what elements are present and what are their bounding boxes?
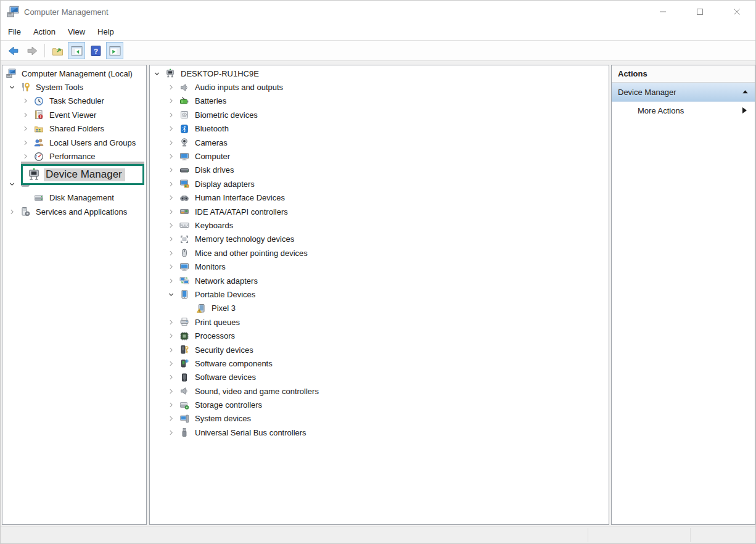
- tree-item-audio-inputs-and-outputs[interactable]: Audio inputs and outputs: [150, 80, 609, 94]
- tree-item-computer-management-local[interactable]: Computer Management (Local): [2, 67, 146, 80]
- tree-item-pixel-3[interactable]: Pixel 3: [150, 302, 609, 315]
- toolbar-separator: [44, 44, 45, 57]
- chevron-expanded-icon[interactable]: [7, 83, 20, 92]
- chevron-collapsed-icon[interactable]: [166, 359, 179, 368]
- chevron-collapsed-icon[interactable]: [21, 124, 34, 133]
- chevron-collapsed-icon[interactable]: [166, 318, 179, 327]
- export-list-button[interactable]: [49, 42, 66, 59]
- tree-item-keyboards[interactable]: Keyboards: [150, 218, 609, 232]
- tree-item-security-devices[interactable]: Security devices: [150, 343, 609, 356]
- tree-item-display-adapters[interactable]: Display adapters: [150, 177, 609, 191]
- device-manager-icon: [27, 168, 41, 181]
- tree-item-software-components[interactable]: Software components: [150, 356, 609, 370]
- chevron-collapsed-icon[interactable]: [166, 276, 179, 286]
- computer-management-window: Computer Management File Action View Hel…: [0, 0, 756, 544]
- chevron-collapsed-icon[interactable]: [21, 96, 34, 105]
- pixel-warning-icon: [196, 303, 207, 313]
- chevron-collapsed-icon[interactable]: [166, 165, 179, 175]
- tree-item-computer[interactable]: Computer: [150, 149, 609, 163]
- tree-item-task-scheduler[interactable]: Task Scheduler: [2, 94, 146, 108]
- tree-item-sound-video-and-game-controllers[interactable]: Sound, video and game controllers: [150, 384, 609, 398]
- chevron-expanded-icon[interactable]: [152, 69, 165, 78]
- tree-item-system-devices[interactable]: System devices: [150, 412, 609, 426]
- tree-item-monitors[interactable]: Monitors: [150, 260, 609, 273]
- chevron-expanded-icon[interactable]: [7, 179, 20, 189]
- tree-item-bluetooth[interactable]: Bluetooth: [150, 122, 609, 136]
- tree-item-label: Biometric devices: [193, 110, 260, 120]
- chevron-collapsed-icon[interactable]: [166, 207, 179, 216]
- chevron-collapsed-icon[interactable]: [7, 207, 20, 216]
- tree-item-network-adapters[interactable]: Network adapters: [150, 274, 609, 287]
- tree-item-batteries[interactable]: Batteries: [150, 94, 609, 108]
- chevron-collapsed-icon[interactable]: [166, 138, 179, 147]
- tree-item-biometric-devices[interactable]: Biometric devices: [150, 108, 609, 122]
- tree-item-cameras[interactable]: Cameras: [150, 136, 609, 149]
- tree-item-storage-controllers[interactable]: Storage controllers: [150, 398, 609, 411]
- menu-view[interactable]: View: [62, 25, 91, 39]
- tree-item-human-interface-devices[interactable]: Human Interface Devices: [150, 191, 609, 205]
- chevron-collapsed-icon[interactable]: [166, 249, 179, 258]
- chevron-collapsed-icon[interactable]: [166, 414, 179, 423]
- chevron-collapsed-icon[interactable]: [166, 387, 179, 396]
- close-button[interactable]: [718, 1, 755, 23]
- chevron-collapsed-icon[interactable]: [166, 428, 179, 437]
- show-console-tree-button[interactable]: [68, 42, 85, 59]
- tree-item-print-queues[interactable]: Print queues: [150, 315, 609, 329]
- tree-item-portable-devices[interactable]: Portable Devices: [150, 287, 609, 301]
- tree-item-label: Memory technology devices: [193, 234, 296, 244]
- show-action-pane-button[interactable]: [106, 42, 123, 59]
- tree-item-label: IDE ATA/ATAPI controllers: [193, 207, 290, 217]
- tree-item-mice-and-other-pointing-devices[interactable]: Mice and other pointing devices: [150, 246, 609, 260]
- forward-button[interactable]: [23, 42, 41, 59]
- chevron-collapsed-icon[interactable]: [166, 96, 179, 105]
- chevron-collapsed-icon[interactable]: [166, 373, 179, 382]
- chevron-collapsed-icon[interactable]: [166, 83, 179, 92]
- chevron-collapsed-icon[interactable]: [166, 179, 179, 189]
- chevron-expanded-icon[interactable]: [166, 290, 179, 299]
- tree-item-services-and-applications[interactable]: Services and Applications: [2, 205, 146, 218]
- usb-icon: [179, 427, 190, 437]
- tree-item-shared-folders[interactable]: Shared Folders: [2, 122, 146, 136]
- more-actions-item[interactable]: More Actions: [612, 102, 755, 119]
- tree-item-performance[interactable]: Performance: [2, 149, 146, 163]
- tree-item-processors[interactable]: Processors: [150, 329, 609, 342]
- menu-action[interactable]: Action: [27, 25, 62, 39]
- annotation-label: Device Manager: [44, 168, 125, 181]
- chevron-collapsed-icon[interactable]: [166, 193, 179, 202]
- chevron-collapsed-icon[interactable]: [21, 138, 34, 147]
- tree-item-ide-ata-atapi-controllers[interactable]: IDE ATA/ATAPI controllers: [150, 205, 609, 218]
- chevron-collapsed-icon[interactable]: [21, 152, 34, 161]
- chevron-collapsed-icon[interactable]: [166, 110, 179, 120]
- tree-item-label: Mice and other pointing devices: [193, 248, 310, 258]
- minimize-button[interactable]: [644, 1, 681, 23]
- help-button[interactable]: ?: [87, 42, 104, 59]
- maximize-button[interactable]: [681, 1, 718, 23]
- tree-item-memory-technology-devices[interactable]: Memory technology devices: [150, 233, 609, 246]
- biometric-icon: [179, 110, 190, 120]
- tree-item-software-devices[interactable]: Software devices: [150, 371, 609, 384]
- back-button[interactable]: [4, 42, 22, 59]
- performance-icon: [34, 152, 44, 162]
- menu-file[interactable]: File: [2, 25, 27, 39]
- collapse-up-icon[interactable]: [742, 89, 749, 96]
- tree-item-disk-management[interactable]: Disk Management: [2, 191, 146, 205]
- menu-help[interactable]: Help: [91, 25, 120, 39]
- tree-item-disk-drives[interactable]: Disk drives: [150, 163, 609, 177]
- actions-group-device-manager[interactable]: Device Manager: [612, 83, 755, 102]
- tree-item-label: Disk drives: [193, 165, 236, 175]
- annotation-highlight-device-manager[interactable]: Device Manager: [21, 164, 144, 185]
- chevron-collapsed-icon[interactable]: [166, 152, 179, 161]
- chevron-collapsed-icon[interactable]: [21, 110, 34, 120]
- chevron-collapsed-icon[interactable]: [166, 331, 179, 340]
- chevron-collapsed-icon[interactable]: [166, 262, 179, 271]
- tree-item-event-viewer[interactable]: Event Viewer: [2, 108, 146, 122]
- tree-item-system-tools[interactable]: System Tools: [2, 80, 146, 94]
- tree-item-desktop-ru1hc9e[interactable]: DESKTOP-RU1HC9E: [150, 67, 609, 80]
- chevron-collapsed-icon[interactable]: [166, 345, 179, 355]
- chevron-collapsed-icon[interactable]: [166, 124, 179, 133]
- tree-item-local-users-and-groups[interactable]: Local Users and Groups: [2, 136, 146, 149]
- tree-item-universal-serial-bus-controllers[interactable]: Universal Serial Bus controllers: [150, 426, 609, 439]
- chevron-collapsed-icon[interactable]: [166, 400, 179, 410]
- chevron-collapsed-icon[interactable]: [166, 234, 179, 244]
- chevron-collapsed-icon[interactable]: [166, 221, 179, 230]
